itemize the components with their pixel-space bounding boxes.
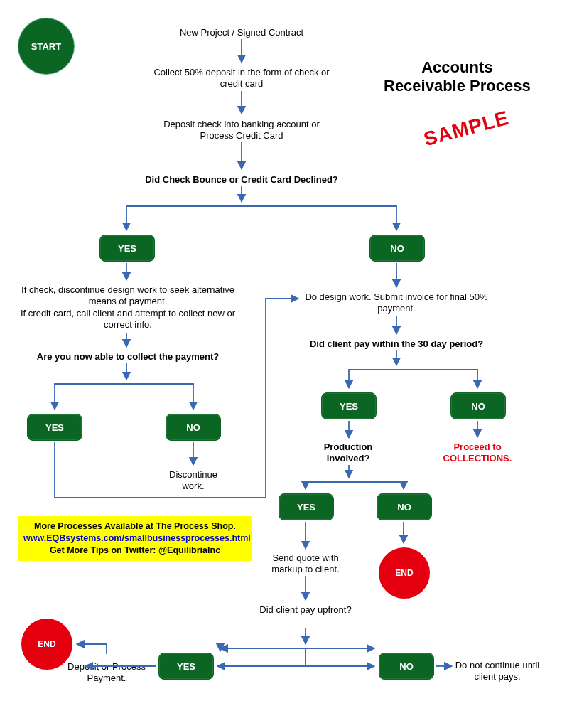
pay30-no: NO bbox=[450, 392, 506, 419]
collect-yes: YES bbox=[27, 414, 82, 441]
upfront-no: NO bbox=[379, 653, 434, 680]
step-send-quote: Send quote with markup to client. bbox=[256, 552, 355, 576]
upfront-yes: YES bbox=[158, 653, 214, 680]
end-node-production: END bbox=[379, 547, 430, 599]
promo-box: More Processes Available at The Process … bbox=[18, 516, 252, 561]
promo-link[interactable]: www.EQBsystems.com/smallbusinessprocesse… bbox=[23, 533, 251, 543]
promo-line3: Get More Tips on Twitter: @EquilibriaInc bbox=[23, 545, 247, 557]
decision-pay-upfront: Did client pay upfront? bbox=[259, 604, 352, 616]
promo-line1: More Processes Available at The Process … bbox=[23, 520, 247, 532]
start-node: START bbox=[18, 18, 74, 74]
flowchart-connectors bbox=[0, 0, 562, 728]
decision-collect-now: Are you now able to collect the payment? bbox=[14, 351, 242, 363]
collect-no: NO bbox=[166, 414, 221, 441]
sample-stamp: SAMPLE bbox=[421, 107, 512, 151]
step-collect-deposit: Collect 50% deposit in the form of check… bbox=[149, 67, 334, 90]
step-discontinue: Discontinue work. bbox=[158, 469, 229, 493]
pay30-yes: YES bbox=[321, 392, 377, 419]
step-alternative-means: If check, discontinue design work to see… bbox=[14, 284, 242, 331]
diagram-title: Accounts Receivable Process bbox=[384, 58, 531, 96]
decision-pay-30day: Did client pay within the 30 day period? bbox=[290, 338, 503, 350]
bounce-yes: YES bbox=[99, 235, 155, 262]
step-do-not-continue: Do not continue until client pays. bbox=[451, 660, 544, 683]
step-new-project: New Project / Signed Contract bbox=[149, 27, 334, 38]
bounce-no: NO bbox=[369, 235, 425, 262]
step-collections: Proceed to COLLECTIONS. bbox=[435, 441, 520, 465]
end-node-deposit: END bbox=[21, 619, 72, 670]
production-yes: YES bbox=[279, 493, 334, 520]
production-no: NO bbox=[377, 493, 432, 520]
step-deposit-payment: Deposit or Process Payment. bbox=[60, 661, 153, 685]
step-deposit-check: Deposit check into banking account or Pr… bbox=[149, 119, 334, 142]
decision-production: Production involved? bbox=[309, 441, 387, 465]
decision-bounce: Did Check Bounce or Credit Card Declined… bbox=[114, 174, 369, 186]
step-do-design-work: Do design work. Submit invoice for final… bbox=[304, 291, 489, 315]
